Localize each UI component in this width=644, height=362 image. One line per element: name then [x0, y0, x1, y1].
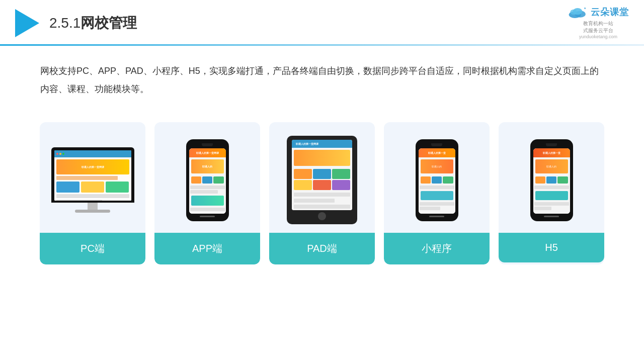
- card-pc-image: 职通人的第一堂网课: [40, 122, 145, 233]
- svg-marker-4: [584, 7, 586, 9]
- card-pad-image: 职通人的第一堂网课: [269, 122, 375, 233]
- card-pc: 职通人的第一堂网课: [40, 122, 145, 264]
- card-app-label: APP端: [154, 233, 260, 264]
- logo-text: 云朵课堂: [591, 6, 629, 18]
- logo-subtitle: 教育机构一站 式服务云平台: [583, 20, 613, 34]
- card-miniapp-image: 职通人的第一堂 职通人的: [384, 122, 490, 233]
- phone-miniapp-home: [429, 216, 444, 217]
- phone-app-mockup: 职通人的第一堂网课 职通人的: [186, 139, 229, 221]
- phone-home-indicator: [200, 216, 215, 217]
- phone-h5-notch: [546, 143, 557, 146]
- page-title: 2.5.12.5.1网校管理网校管理: [49, 14, 137, 33]
- card-app: 职通人的第一堂网课 职通人的: [154, 122, 260, 264]
- phone-miniapp-notch: [431, 143, 442, 146]
- card-h5-image: 职通人的第一堂 职通人的: [499, 122, 604, 233]
- card-h5: 职通人的第一堂 职通人的: [499, 122, 604, 264]
- phone-h5-mockup: 职通人的第一堂 职通人的: [530, 139, 573, 221]
- cloud-logo-icon: [568, 5, 588, 19]
- card-h5-label: H5: [499, 233, 604, 262]
- card-pc-label: PC端: [40, 233, 145, 264]
- tablet-mockup: 职通人的第一堂网课: [287, 136, 357, 224]
- phone-miniapp-mockup: 职通人的第一堂 职通人的: [416, 139, 458, 221]
- card-pad-label: PAD端: [269, 233, 375, 264]
- logo-url: yunduoketang.com: [579, 34, 617, 39]
- pc-mockup: 职通人的第一堂网课: [50, 147, 135, 213]
- svg-point-3: [570, 10, 577, 15]
- phone-h5-home: [544, 216, 559, 217]
- card-miniapp-label: 小程序: [384, 233, 490, 264]
- header: 2.5.12.5.1网校管理网校管理 云朵课堂 教育机构一站 式服务云平台 yu…: [0, 0, 644, 37]
- card-app-image: 职通人的第一堂网课 职通人的: [154, 122, 260, 233]
- card-miniapp: 职通人的第一堂 职通人的: [384, 122, 490, 264]
- phone-notch: [202, 143, 213, 146]
- brand-logo: 云朵课堂 教育机构一站 式服务云平台 yunduoketang.com: [568, 5, 629, 39]
- device-cards-container: 职通人的第一堂网课: [0, 108, 644, 280]
- card-pad: 职通人的第一堂网课: [269, 122, 375, 264]
- tablet-home-btn: [318, 212, 326, 220]
- description-text: 网校支持PC、APP、PAD、小程序、H5，实现多端打通，产品各终端自由切换，数…: [0, 46, 644, 103]
- logo-triangle-icon: [15, 9, 39, 37]
